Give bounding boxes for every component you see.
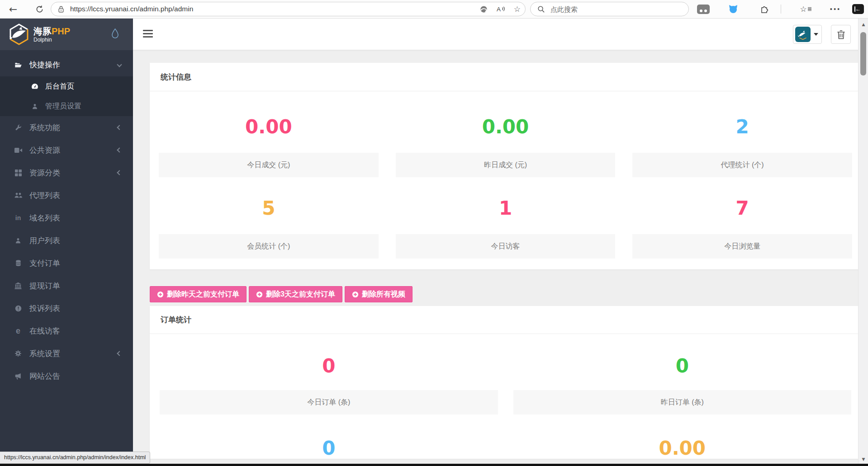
- delete-orders-before-3days-button[interactable]: 删除3天之前支付订单: [249, 286, 342, 302]
- stat-label: 今日浏览量: [632, 234, 852, 259]
- sidebar-item-system-settings[interactable]: 系统设置: [0, 342, 133, 365]
- clear-cache-button[interactable]: [831, 25, 851, 44]
- brand: 海豚PHP Dolphin: [33, 27, 70, 42]
- bulk-action-buttons: 删除昨天之前支付订单 删除3天之前支付订单 删除所有视频: [150, 286, 861, 302]
- window-bottom-edge: [0, 464, 868, 466]
- stat-cell: 5 会员统计 (个): [159, 177, 379, 259]
- back-icon[interactable]: ←: [5, 0, 21, 18]
- sidebar-header: 海豚PHP Dolphin: [0, 19, 133, 50]
- sidebar-item-domain-list[interactable]: in 域名列表: [0, 207, 133, 229]
- stat-label: 会员统计 (个): [159, 234, 379, 259]
- users-group-icon: [14, 192, 23, 198]
- stat-label: 今日成交 (元): [159, 153, 379, 177]
- scroll-up-arrow-icon[interactable]: ▲: [859, 22, 868, 27]
- sidebar-item-site-announcement[interactable]: 网站公告: [0, 365, 133, 387]
- stat-label: 今日访客: [396, 234, 616, 259]
- split-screen-icon[interactable]: [697, 5, 710, 14]
- user-icon: [31, 103, 39, 110]
- chevron-down-icon: [814, 33, 818, 36]
- stat-value: 1: [396, 198, 616, 219]
- water-drop-icon[interactable]: [111, 28, 119, 39]
- sidebar-item-online-visitors[interactable]: e 在线访客: [0, 320, 133, 342]
- sidebar: 海豚PHP Dolphin 快捷操作 后台首页: [0, 19, 133, 466]
- stat-label: 代理统计 (个): [632, 153, 852, 177]
- sidebar-item-label: 快捷操作: [29, 60, 60, 70]
- sidebar-item-user-list[interactable]: 用户列表: [0, 229, 133, 252]
- delete-orders-before-yesterday-button[interactable]: 删除昨天之前支付订单: [150, 286, 247, 302]
- svg-text:A: A: [497, 6, 501, 13]
- lock-icon[interactable]: [57, 5, 65, 13]
- settings-more-icon[interactable]: ···: [828, 0, 842, 18]
- bullhorn-icon: [14, 373, 23, 380]
- refresh-icon[interactable]: [32, 0, 47, 18]
- stat-value: 7: [632, 198, 852, 219]
- plus-circle-icon: [256, 291, 263, 298]
- stat-cell: 0 今日订单 (条): [160, 334, 498, 414]
- video-camera-icon: [14, 147, 23, 153]
- sidebar-item-label: 支付订单: [29, 258, 60, 268]
- stat-label: 昨日订单 (条): [513, 390, 852, 414]
- search-box[interactable]: 点此搜索: [530, 2, 689, 16]
- stat-cell: 0.00 昨日成交 (元): [396, 91, 616, 177]
- sidebar-item-withdrawal-orders[interactable]: 提现订单: [0, 274, 133, 297]
- stat-value: 0.00: [396, 117, 616, 137]
- stat-value: 0.00: [159, 117, 379, 137]
- sidebar-item-agent-list[interactable]: 代理列表: [0, 184, 133, 207]
- dolphin-logo-icon: [8, 24, 30, 45]
- sidebar-item-label: 投诉列表: [29, 303, 60, 314]
- cat-extension-icon[interactable]: [726, 0, 740, 18]
- delete-all-videos-button[interactable]: 删除所有视频: [345, 286, 413, 302]
- sidebar-item-label: 资源分类: [29, 168, 60, 178]
- sidebar-item-payment-orders[interactable]: 支付订单: [0, 252, 133, 274]
- brand-php: PHP: [52, 26, 70, 36]
- stat-value: 0: [513, 356, 852, 377]
- read-aloud-icon[interactable]: A: [496, 5, 506, 14]
- stat-value: 5: [159, 198, 379, 219]
- warning-circle-icon: [14, 305, 23, 312]
- sidebar-item-admin-settings[interactable]: 管理员设置: [0, 96, 133, 116]
- sidebar-item-label: 公共资源: [29, 145, 60, 155]
- search-placeholder: 点此搜索: [550, 5, 578, 14]
- sidebar-item-quick-actions[interactable]: 快捷操作: [0, 53, 133, 76]
- sidebar-panel-icon[interactable]: ←: [852, 4, 864, 14]
- browser-toolbar: ← https://lccs.yruanai.cn/admin.php/admi…: [0, 0, 868, 19]
- sidebar-submenu: 后台首页 管理员设置: [0, 76, 133, 116]
- button-label: 删除昨天之前支付订单: [167, 290, 239, 299]
- sidebar-item-dashboard[interactable]: 后台首页: [0, 76, 133, 96]
- hamburger-menu-icon[interactable]: [143, 30, 153, 39]
- stat-value: 0.00: [513, 438, 852, 459]
- sidebar-item-label: 网站公告: [29, 371, 60, 381]
- orders-panel: 订单统计 0 今日订单 (条) 0 昨日订单 (条) 0 0.00: [150, 306, 861, 459]
- stat-cell: 2 代理统计 (个): [632, 91, 852, 177]
- page-content: 统计信息 0.00 今日成交 (元) 0.00 昨日成交 (元) 2 代理统计 …: [133, 50, 868, 466]
- gear-icon: [14, 350, 23, 357]
- sidebar-item-label: 后台首页: [45, 82, 74, 91]
- sidebar-item-resource-categories[interactable]: 资源分类: [0, 161, 133, 184]
- link-preview-tooltip: https://lccs.yruanai.cn/admin.php/admin/…: [0, 452, 150, 464]
- smartscreen-icon[interactable]: [479, 5, 488, 14]
- stat-value: 0: [160, 438, 498, 459]
- url-bar[interactable]: https://lccs.yruanai.cn/admin.php/admin …: [51, 2, 526, 16]
- panel-title: 订单统计: [161, 315, 191, 325]
- user-menu-button[interactable]: [793, 25, 822, 44]
- stats-panel-header: 统计信息: [150, 63, 861, 91]
- sidebar-item-label: 域名列表: [29, 213, 60, 223]
- extensions-icon[interactable]: [757, 0, 772, 18]
- bank-icon: [14, 282, 23, 289]
- app-window: 海豚PHP Dolphin 快捷操作 后台首页: [0, 19, 868, 466]
- favorite-star-icon[interactable]: ☆: [514, 5, 521, 14]
- sidebar-item-complaint-list[interactable]: 投诉列表: [0, 297, 133, 320]
- sidebar-item-system-functions[interactable]: 系统功能: [0, 116, 133, 139]
- page-scrollbar[interactable]: ▲ ▼: [858, 19, 868, 466]
- scrollbar-thumb[interactable]: [860, 32, 866, 75]
- sidebar-item-label: 系统设置: [29, 348, 60, 359]
- chevron-left-icon: [117, 125, 122, 130]
- orders-grid: 0 今日订单 (条) 0 昨日订单 (条) 0 0.00: [150, 334, 861, 459]
- favorites-bar-icon[interactable]: ☆: [798, 0, 813, 18]
- sidebar-item-public-resources[interactable]: 公共资源: [0, 139, 133, 161]
- chevron-left-icon: [117, 351, 122, 356]
- dashboard-icon: [31, 83, 39, 89]
- url-text[interactable]: https://lccs.yruanai.cn/admin.php/admin: [70, 5, 193, 13]
- scroll-down-arrow-icon[interactable]: ▼: [859, 457, 868, 461]
- stats-grid: 0.00 今日成交 (元) 0.00 昨日成交 (元) 2 代理统计 (个) 5…: [150, 91, 861, 269]
